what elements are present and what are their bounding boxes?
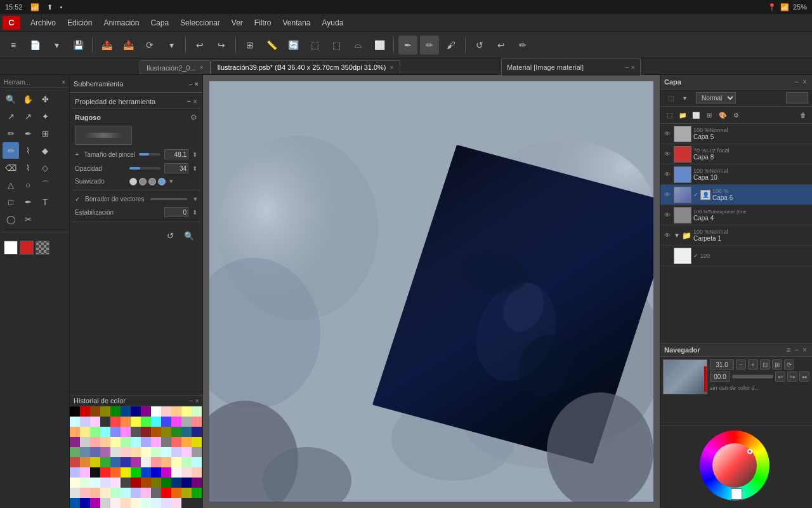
- color-cell[interactable]: [110, 427, 121, 437]
- color-cell[interactable]: [192, 437, 202, 447]
- color-cell[interactable]: [90, 447, 100, 457]
- stabilization-stepper[interactable]: ⬍: [192, 209, 197, 216]
- color-cell[interactable]: [100, 417, 110, 427]
- tool-circle[interactable]: ○: [20, 177, 36, 193]
- color-cell[interactable]: [90, 488, 100, 498]
- color-cell[interactable]: [151, 457, 161, 467]
- color-cell[interactable]: [192, 447, 202, 457]
- tools-panel-close[interactable]: ×: [62, 79, 65, 86]
- color-cell[interactable]: [192, 488, 202, 498]
- stabilization-input[interactable]: [164, 207, 188, 217]
- opacity-slider[interactable]: [129, 167, 160, 170]
- color-cell[interactable]: [181, 406, 192, 417]
- color-cell[interactable]: [131, 467, 141, 478]
- brush-settings-icon[interactable]: ⚙: [190, 113, 197, 122]
- toolbar-dropdown-btn[interactable]: ▾: [47, 36, 66, 55]
- color-cell[interactable]: [192, 478, 202, 488]
- color-cell[interactable]: [100, 437, 110, 447]
- layers-close[interactable]: ×: [801, 77, 808, 86]
- color-cell[interactable]: [90, 427, 100, 437]
- color-cell[interactable]: [80, 406, 90, 417]
- layer-item-last[interactable]: 👁 ✓ 100: [660, 246, 812, 266]
- nav-undo-btn[interactable]: ↩: [775, 371, 785, 382]
- tool-rect[interactable]: □: [3, 194, 19, 210]
- color-cell[interactable]: [141, 437, 151, 447]
- layer-opacity-input[interactable]: [786, 92, 808, 104]
- color-cell[interactable]: [161, 457, 171, 467]
- tool-diamond[interactable]: ◆: [37, 142, 53, 159]
- color-cell[interactable]: [121, 406, 131, 417]
- nav-reset-btn[interactable]: ⊞: [772, 359, 782, 370]
- subherramienta-close[interactable]: ×: [195, 80, 199, 88]
- color-cell[interactable]: [181, 427, 192, 437]
- color-cell[interactable]: [131, 417, 141, 427]
- color-cell[interactable]: [70, 467, 80, 478]
- toolbar-crop-btn[interactable]: ⬜: [370, 36, 389, 55]
- nav-flip-btn[interactable]: ⇔: [799, 371, 809, 382]
- color-cell[interactable]: [151, 467, 161, 478]
- color-cell[interactable]: [90, 437, 100, 447]
- color-history-close[interactable]: ×: [195, 397, 199, 404]
- color-cell[interactable]: [121, 427, 131, 437]
- color-cell[interactable]: [181, 488, 192, 498]
- layer-new-btn[interactable]: ⬚: [663, 109, 676, 121]
- color-cell[interactable]: [181, 457, 192, 467]
- color-cell[interactable]: [70, 417, 80, 427]
- brush-size-slider[interactable]: [139, 153, 160, 156]
- layer-folder-btn[interactable]: 📁: [676, 109, 689, 121]
- toolbar-pen-btn[interactable]: ✒: [398, 36, 417, 55]
- color-cell[interactable]: [151, 478, 161, 488]
- color-cell[interactable]: [80, 457, 90, 467]
- color-cell[interactable]: [141, 427, 151, 437]
- tool-select1[interactable]: ↗: [3, 108, 19, 124]
- toolbar-frame-btn[interactable]: ⬚: [305, 36, 324, 55]
- tool-property-minimize[interactable]: −: [187, 97, 191, 106]
- layer-item-capa5[interactable]: 👁 100 %Normal Capa 5: [660, 124, 812, 144]
- color-cell[interactable]: [161, 498, 171, 508]
- menu-ver[interactable]: Ver: [226, 17, 248, 29]
- color-cell[interactable]: [141, 488, 151, 498]
- tool-property-close[interactable]: ×: [193, 97, 197, 106]
- color-cell[interactable]: [121, 488, 131, 498]
- layer-vector-btn[interactable]: ▾: [678, 91, 691, 104]
- tool-pen[interactable]: ✏: [3, 125, 19, 142]
- toolbar-lasso-btn[interactable]: ⌓: [348, 36, 367, 55]
- color-cell[interactable]: [80, 488, 90, 498]
- color-cell[interactable]: [131, 406, 141, 417]
- nav-zoom-input[interactable]: [710, 359, 734, 370]
- toolbar-redo-btn[interactable]: ↪: [212, 36, 231, 55]
- nav-pos-input[interactable]: [710, 371, 730, 382]
- color-cell[interactable]: [80, 478, 90, 488]
- color-cell[interactable]: [100, 478, 110, 488]
- tool-smudge[interactable]: ⌇: [20, 159, 36, 176]
- color-cell[interactable]: [70, 437, 80, 447]
- color-cell[interactable]: [151, 437, 161, 447]
- color-cell[interactable]: [161, 417, 171, 427]
- color-cell[interactable]: [100, 498, 110, 508]
- color-cell[interactable]: [100, 488, 110, 498]
- foreground-color[interactable]: [4, 241, 18, 255]
- material-minimize[interactable]: −: [625, 64, 629, 71]
- color-cell[interactable]: [110, 488, 121, 498]
- color-cell[interactable]: [121, 478, 131, 488]
- prop-search-btn[interactable]: 🔍: [181, 227, 197, 244]
- color-cell[interactable]: [80, 417, 90, 427]
- pattern-color[interactable]: [36, 241, 49, 255]
- color-cell[interactable]: [70, 427, 80, 437]
- nav-position-bar[interactable]: [732, 375, 773, 378]
- color-cell[interactable]: [121, 498, 131, 508]
- color-cell[interactable]: [151, 427, 161, 437]
- color-cell[interactable]: [110, 478, 121, 488]
- color-cell[interactable]: [90, 406, 100, 417]
- canvas-container[interactable]: [209, 81, 653, 502]
- color-cell[interactable]: [171, 498, 181, 508]
- color-cell[interactable]: [70, 447, 80, 457]
- color-cell[interactable]: [131, 498, 141, 508]
- tool-hand[interactable]: ✋: [20, 91, 36, 107]
- color-cell[interactable]: [110, 457, 121, 467]
- toolbar-eraser-btn[interactable]: 🖌: [442, 36, 461, 55]
- layer-4-eye[interactable]: 👁: [663, 211, 672, 220]
- color-cell[interactable]: [171, 457, 181, 467]
- layer-mask-btn[interactable]: ⬜: [690, 109, 702, 121]
- tool-move[interactable]: ✤: [37, 91, 53, 107]
